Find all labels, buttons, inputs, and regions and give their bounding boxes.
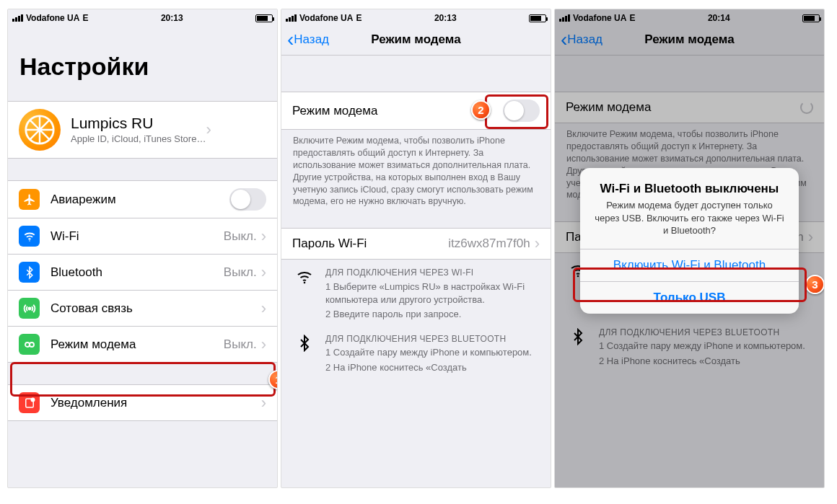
avatar	[19, 109, 61, 151]
hotspot-icon	[19, 334, 40, 355]
alert-dialog: Wi-Fi и Bluetooth выключены Режим модема…	[580, 168, 799, 314]
bt-instructions-header: ДЛЯ ПОДКЛЮЧЕНИЯ ЧЕРЕЗ BLUETOOTH	[325, 333, 532, 345]
screen-hotspot: Vodafone UA E 20:13 ‹ Назад Режим модема…	[281, 9, 551, 488]
chevron-left-icon: ‹	[287, 30, 294, 50]
network-label: E	[82, 13, 88, 23]
notifications-cell[interactable]: Уведомления ›	[8, 384, 277, 421]
chevron-right-icon: ›	[261, 395, 266, 411]
apple-id-cell[interactable]: Lumpics RU Apple ID, iCloud, iTunes Stor…	[8, 101, 277, 159]
cellular-icon	[19, 298, 40, 319]
bluetooth-icon	[569, 327, 588, 368]
bt-step-1: 1 Создайте пару между iPhone и компьютер…	[325, 346, 532, 359]
network-label: E	[629, 13, 635, 23]
wifi-icon	[296, 267, 315, 321]
wifi-step-2: 2 Введите пароль при запросе.	[325, 308, 536, 321]
wifi-password-value: itz6wx87m7f0h	[448, 236, 530, 251]
back-button[interactable]: ‹ Назад	[561, 30, 602, 50]
back-button[interactable]: ‹ Назад	[287, 30, 329, 50]
wifi-icon	[19, 226, 40, 247]
battery-icon	[255, 14, 273, 22]
svg-point-2	[28, 307, 30, 309]
loading-spinner-icon	[800, 101, 813, 114]
airplane-label: Авиарежим	[51, 193, 229, 207]
back-label: Назад	[294, 32, 329, 47]
wifi-label: Wi-Fi	[51, 229, 224, 244]
status-bar: Vodafone UA E 20:14	[555, 9, 824, 24]
chevron-right-icon: ›	[808, 229, 813, 245]
svg-point-6	[31, 398, 35, 402]
carrier-label: Vodafone UA	[26, 13, 79, 23]
bluetooth-value: Выкл.	[224, 265, 257, 280]
chevron-left-icon: ‹	[561, 30, 567, 50]
svg-point-1	[29, 240, 30, 242]
alert-message: Режим модема будет доступен только через…	[593, 199, 786, 237]
wifi-password-label: Пароль Wi-Fi	[292, 236, 448, 251]
signal-icon	[559, 14, 570, 22]
hotspot-toggle-label: Режим модема	[566, 100, 800, 115]
chevron-right-icon: ›	[261, 337, 266, 353]
nav-bar: ‹ Назад Режим модема	[555, 24, 824, 56]
notifications-label: Уведомления	[51, 396, 261, 410]
chevron-right-icon: ›	[206, 122, 211, 138]
hotspot-label: Режим модема	[51, 337, 224, 352]
chevron-right-icon: ›	[261, 301, 266, 317]
hotspot-toggle-cell[interactable]: Режим модема	[281, 92, 551, 130]
hotspot-value: Выкл.	[224, 337, 257, 352]
bt-step-1: 1 Создайте пару между iPhone и компьютер…	[599, 340, 805, 353]
callout-marker-3: 3	[805, 275, 825, 296]
bt-instructions-header: ДЛЯ ПОДКЛЮЧЕНИЯ ЧЕРЕЗ BLUETOOTH	[599, 327, 805, 339]
notifications-icon	[19, 392, 40, 413]
chevron-right-icon: ›	[261, 265, 266, 280]
airplane-cell[interactable]: Авиарежим	[8, 180, 277, 218]
airplane-toggle[interactable]	[229, 188, 266, 211]
profile-name: Lumpics RU	[71, 115, 206, 132]
wifi-step-1: 1 Выберите «Lumpics RU» в настройках Wi-…	[325, 280, 536, 306]
hotspot-toggle[interactable]	[503, 100, 540, 122]
wifi-instructions: ДЛЯ ПОДКЛЮЧЕНИЯ ЧЕРЕЗ WI-FI 1 Выберите «…	[281, 260, 551, 321]
page-title: Настройки	[8, 24, 277, 87]
hotspot-cell[interactable]: Режим модема Выкл. ›	[8, 326, 277, 363]
alert-usb-only-button[interactable]: Только USB	[580, 281, 799, 314]
bt-step-2: 2 На iPhone коснитесь «Создать	[325, 361, 532, 374]
carrier-label: Vodafone UA	[573, 13, 626, 23]
svg-point-7	[304, 282, 306, 284]
chevron-right-icon: ›	[535, 236, 540, 252]
status-bar: Vodafone UA E 20:13	[8, 9, 277, 24]
signal-icon	[286, 14, 297, 22]
battery-icon	[802, 14, 820, 22]
clock: 20:14	[708, 13, 730, 23]
bluetooth-label: Bluetooth	[51, 265, 224, 280]
bluetooth-icon	[296, 333, 315, 374]
network-label: E	[356, 13, 361, 23]
signal-icon	[12, 14, 23, 22]
callout-marker-2: 2	[471, 100, 493, 122]
chevron-right-icon: ›	[261, 229, 266, 244]
clock: 20:13	[161, 13, 183, 23]
hotspot-description: Включите Режим модема, чтобы позволить i…	[281, 130, 551, 208]
wifi-cell[interactable]: Wi-Fi Выкл. ›	[8, 218, 277, 254]
battery-icon	[529, 14, 546, 22]
bt-step-2: 2 На iPhone коснитесь «Создать	[599, 355, 805, 368]
alert-enable-wifi-bt-button[interactable]: Включить Wi-Fi и Bluetooth	[580, 249, 799, 281]
screen-settings: Vodafone UA E 20:13 Настройки Lumpics RU…	[7, 9, 278, 488]
clock: 20:13	[434, 13, 457, 23]
bt-instructions: ДЛЯ ПОДКЛЮЧЕНИЯ ЧЕРЕЗ BLUETOOTH 1 Создай…	[281, 322, 551, 374]
nav-bar: ‹ Назад Режим модема	[281, 24, 551, 56]
carrier-label: Vodafone UA	[299, 13, 353, 23]
wifi-instructions-header: ДЛЯ ПОДКЛЮЧЕНИЯ ЧЕРЕЗ WI-FI	[325, 267, 536, 279]
profile-sub: Apple ID, iCloud, iTunes Store…	[71, 133, 206, 146]
cellular-cell[interactable]: Сотовая связь ›	[8, 290, 277, 326]
back-label: Назад	[567, 32, 602, 47]
alert-title: Wi-Fi и Bluetooth выключены	[593, 181, 786, 196]
cellular-label: Сотовая связь	[51, 301, 261, 316]
status-bar: Vodafone UA E 20:13	[281, 9, 551, 24]
svg-point-4	[30, 342, 34, 347]
screen-hotspot-alert: Vodafone UA E 20:14 ‹ Назад Режим модема…	[554, 9, 825, 488]
svg-point-8	[577, 275, 579, 278]
wifi-password-cell[interactable]: Пароль Wi-Fi itz6wx87m7f0h ›	[281, 228, 551, 260]
bluetooth-cell[interactable]: Bluetooth Выкл. ›	[8, 254, 277, 290]
hotspot-toggle-cell[interactable]: Режим модема	[555, 92, 824, 123]
airplane-icon	[19, 189, 40, 210]
wifi-value: Выкл.	[224, 229, 257, 244]
callout-marker-1: 1	[268, 370, 278, 392]
